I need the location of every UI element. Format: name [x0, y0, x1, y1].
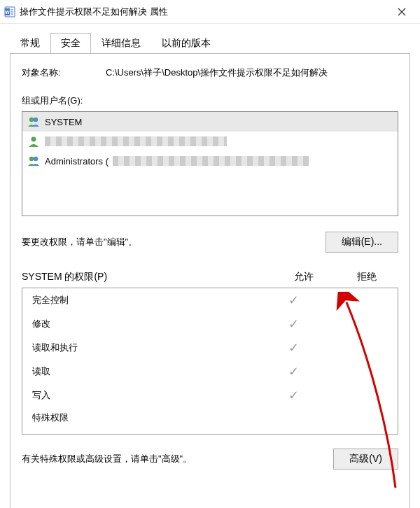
svg-text:W: W	[5, 10, 10, 15]
advanced-hint-text: 有关特殊权限或高级设置，请单击"高级"。	[22, 453, 192, 465]
perm-row-read-execute: 读取和执行 ✓	[22, 336, 398, 360]
perm-name: 写入	[32, 389, 262, 402]
list-item-label: Administrators (	[45, 156, 108, 167]
perm-name: 特殊权限	[32, 411, 262, 424]
group-icon	[27, 154, 41, 168]
edit-hint-text: 要更改权限，请单击"编辑"。	[22, 236, 137, 248]
list-item-label: SYSTEM	[45, 117, 82, 127]
allow-check-icon: ✓	[262, 388, 325, 403]
permissions-header-label: SYSTEM 的权限(P)	[22, 271, 272, 283]
perm-name: 完全控制	[32, 294, 262, 306]
redacted-text	[45, 136, 227, 146]
permissions-deny-header: 拒绝	[335, 271, 398, 283]
permissions-allow-header: 允许	[272, 271, 335, 283]
tab-details[interactable]: 详细信息	[91, 33, 151, 54]
window-title: 操作文件提示权限不足如何解决 属性	[20, 6, 388, 18]
perm-row-write: 写入 ✓	[22, 383, 398, 407]
perm-row-full-control: 完全控制 ✓	[22, 288, 398, 312]
perm-name: 修改	[32, 318, 262, 330]
perm-row-special: 特殊权限	[22, 407, 398, 428]
svg-point-10	[31, 137, 36, 142]
tab-general[interactable]: 常规	[10, 33, 50, 54]
allow-check-icon: ✓	[262, 292, 325, 308]
svg-point-11	[29, 157, 34, 161]
perm-name: 读取和执行	[32, 341, 262, 354]
permissions-list: 完全控制 ✓ 修改 ✓ 读取和执行 ✓ 读取 ✓ 写入 ✓ 特殊权限	[22, 288, 398, 435]
tab-previous-versions[interactable]: 以前的版本	[151, 33, 221, 54]
word-file-icon: W	[4, 6, 15, 17]
allow-check-icon: ✓	[262, 316, 325, 332]
tab-strip: 常规 安全 详细信息 以前的版本	[0, 24, 420, 53]
tab-security[interactable]: 安全	[50, 33, 91, 54]
list-item-administrators[interactable]: Administrators (	[22, 151, 398, 171]
list-item-user[interactable]	[22, 132, 398, 151]
svg-point-8	[29, 118, 34, 122]
advanced-button[interactable]: 高级(V)	[333, 449, 398, 470]
groups-users-list[interactable]: SYSTEM Administrators (	[22, 111, 398, 216]
allow-check-icon: ✓	[262, 340, 325, 355]
window-titlebar: W 操作文件提示权限不足如何解决 属性	[0, 0, 420, 24]
group-icon	[27, 115, 41, 129]
object-name-label: 对象名称:	[22, 66, 106, 79]
perm-row-read: 读取 ✓	[22, 360, 398, 383]
perm-name: 读取	[32, 365, 262, 378]
close-button[interactable]	[388, 2, 416, 22]
redacted-text	[113, 156, 309, 166]
groups-users-label: 组或用户名(G):	[22, 94, 398, 107]
perm-row-modify: 修改 ✓	[22, 312, 398, 336]
object-name-row: 对象名称: C:\Users\祥子\Desktop\操作文件提示权限不足如何解决	[22, 66, 398, 79]
object-name-value: C:\Users\祥子\Desktop\操作文件提示权限不足如何解决	[106, 66, 398, 79]
svg-point-12	[34, 157, 38, 161]
list-item-system[interactable]: SYSTEM	[22, 112, 398, 132]
user-icon	[27, 134, 41, 148]
allow-check-icon: ✓	[262, 364, 325, 379]
security-panel: 对象名称: C:\Users\祥子\Desktop\操作文件提示权限不足如何解决…	[10, 53, 410, 508]
svg-point-9	[34, 118, 38, 122]
edit-button[interactable]: 编辑(E)...	[326, 232, 398, 253]
